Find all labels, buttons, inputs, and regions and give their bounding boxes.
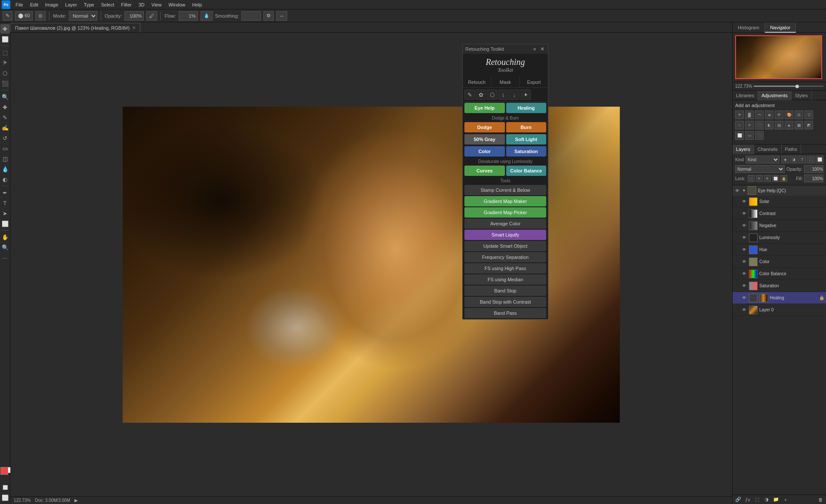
layer-colorbalance[interactable]: 👁 Color Balance bbox=[733, 268, 826, 280]
type-tool[interactable]: T bbox=[0, 198, 10, 208]
menu-3d[interactable]: 3D bbox=[135, 0, 148, 9]
layer-visibility-color[interactable]: 👁 bbox=[741, 259, 747, 265]
layer-group-eye-help[interactable]: 👁 ▼ Eye Help (QC) bbox=[733, 185, 826, 196]
lock-all[interactable]: 🔒 bbox=[780, 175, 787, 182]
menu-select[interactable]: Select bbox=[98, 0, 118, 9]
adj-channel-mix[interactable]: ≡ bbox=[745, 121, 754, 129]
dodge-tool[interactable]: ◐ bbox=[0, 175, 10, 184]
adj-pattern[interactable]: ⬛ bbox=[755, 131, 764, 140]
average-color-btn[interactable]: Average Color bbox=[464, 218, 546, 229]
nav-thumbnail[interactable] bbox=[735, 35, 822, 79]
filter-type[interactable]: T bbox=[798, 156, 806, 163]
ret-nav-mask[interactable]: Mask bbox=[491, 77, 520, 87]
curves-btn[interactable]: Curves bbox=[464, 166, 505, 176]
menu-type[interactable]: Type bbox=[80, 0, 98, 9]
opacity-input[interactable] bbox=[124, 11, 144, 21]
adj-gradient-map[interactable]: ▦ bbox=[795, 121, 803, 129]
adj-exposure[interactable]: ◈ bbox=[765, 111, 773, 119]
canvas-area[interactable]: Павел Шаповалов (2).jpg @ 123% (Healing,… bbox=[10, 22, 732, 504]
color-balance-btn[interactable]: Color Balance bbox=[506, 166, 547, 176]
brush-size-btn[interactable]: ⬤ 60 bbox=[15, 11, 33, 21]
zoom-thumb[interactable] bbox=[795, 85, 799, 88]
filter-shape[interactable]: ⬚ bbox=[807, 156, 815, 163]
crop-tool[interactable]: ⬛ bbox=[0, 79, 10, 88]
freq-sep-btn[interactable]: Frequency Separation bbox=[464, 252, 546, 262]
extra-tools[interactable]: ··· bbox=[0, 253, 10, 262]
screen-mode[interactable]: ⬜ bbox=[0, 493, 10, 502]
smoothing-settings[interactable]: ⚙ bbox=[263, 11, 274, 21]
healing-btn[interactable]: Healing bbox=[506, 103, 547, 113]
marquee-tool[interactable]: ⬚ bbox=[0, 48, 10, 57]
layer-healing[interactable]: 👁 Healing 🔒 bbox=[733, 292, 826, 304]
smoothing-input[interactable] bbox=[241, 11, 261, 21]
layer-visibility-contrast[interactable]: 👁 bbox=[741, 211, 747, 217]
status-arrow[interactable]: ▶ bbox=[74, 498, 78, 503]
adj-hsl[interactable]: 🎨 bbox=[785, 111, 793, 119]
layer-0[interactable]: 👁 Layer 0 bbox=[733, 304, 826, 316]
adj-solid-color[interactable]: ⬜ bbox=[735, 131, 744, 140]
tab-styles[interactable]: Styles bbox=[792, 91, 812, 100]
gradient-tool[interactable]: ◫ bbox=[0, 154, 10, 163]
layer-delete-btn[interactable]: 🗑 bbox=[817, 496, 824, 504]
ret-icon-star[interactable]: ✦ bbox=[520, 89, 531, 100]
fill-input[interactable] bbox=[804, 175, 823, 182]
layer-style-btn[interactable]: ƒx bbox=[744, 496, 752, 504]
layer-visibility-negative[interactable]: 👁 bbox=[741, 223, 747, 229]
kind-select[interactable]: Kind bbox=[746, 156, 780, 163]
layer-link-btn[interactable]: 🔗 bbox=[734, 496, 742, 504]
layer-saturation[interactable]: 👁 Saturation bbox=[733, 280, 826, 292]
lock-artboard[interactable]: ⬜ bbox=[772, 175, 779, 182]
adj-threshold[interactable]: ▲ bbox=[785, 121, 793, 129]
tab-layers[interactable]: Layers bbox=[733, 144, 754, 154]
group-visibility[interactable]: 👁 bbox=[734, 187, 740, 194]
lock-image[interactable]: ✎ bbox=[756, 175, 763, 182]
hand-tool[interactable]: ✋ bbox=[0, 232, 10, 242]
tab-libraries[interactable]: Libraries bbox=[733, 91, 758, 100]
adj-brightness[interactable]: ☀ bbox=[735, 111, 744, 119]
tab-close-btn[interactable]: ✕ bbox=[132, 25, 136, 30]
adj-filter[interactable]: ▽ bbox=[804, 111, 813, 119]
layer-luminosity[interactable]: 👁 Luminosity bbox=[733, 232, 826, 244]
menu-help[interactable]: Help bbox=[189, 0, 206, 9]
blur-tool[interactable]: 💧 bbox=[0, 164, 10, 174]
ret-icon-down[interactable]: ↓ bbox=[509, 89, 520, 100]
eye-help-btn[interactable]: Eye Help bbox=[464, 103, 505, 113]
band-stop-contrast-btn[interactable]: Band Stop with Contrast bbox=[464, 297, 546, 307]
brush-hardness-btn[interactable]: ◎ bbox=[35, 11, 46, 21]
layer-visibility-solar[interactable]: 👁 bbox=[741, 199, 747, 205]
ret-icon-heal[interactable]: ✿ bbox=[476, 89, 486, 100]
brush-tool[interactable]: ✎ bbox=[0, 113, 10, 122]
layer-visibility-cb[interactable]: 👁 bbox=[741, 271, 747, 277]
filter-adj[interactable]: ◑ bbox=[790, 156, 798, 163]
zoom-slider[interactable] bbox=[754, 86, 823, 87]
spot-heal-tool[interactable]: ✚ bbox=[0, 102, 10, 112]
eraser-tool[interactable]: ▭ bbox=[0, 144, 10, 153]
pen-tool[interactable]: ✒ bbox=[0, 188, 10, 197]
eyedropper-tool[interactable]: 🔍 bbox=[0, 92, 10, 101]
ret-icon-transform[interactable]: ↕ bbox=[498, 89, 508, 100]
retouching-panel-header[interactable]: Retouching Toolkit » ✕ bbox=[463, 44, 548, 54]
ret-nav-retouch[interactable]: Retouch bbox=[463, 77, 491, 87]
update-smart-object-btn[interactable]: Update Smart Object bbox=[464, 241, 546, 251]
layer-visibility-luminosity[interactable]: 👁 bbox=[741, 235, 747, 241]
gray-btn[interactable]: 50% Gray bbox=[464, 134, 505, 144]
stamp-current-below-btn[interactable]: Stamp Current & Below bbox=[464, 185, 546, 195]
opacity-input[interactable] bbox=[804, 165, 823, 173]
menu-layer[interactable]: Layer bbox=[62, 0, 80, 9]
adj-curves[interactable]: 〜 bbox=[755, 111, 764, 119]
layer-visibility-0[interactable]: 👁 bbox=[741, 307, 747, 313]
adj-vibrance[interactable]: ❊ bbox=[775, 111, 783, 119]
object-selection[interactable]: ⬡ bbox=[0, 68, 10, 78]
adj-gradient[interactable]: ▭ bbox=[745, 131, 754, 140]
gradient-map-maker-btn[interactable]: Gradient Map Maker bbox=[464, 196, 546, 206]
path-selection[interactable]: ➤ bbox=[0, 209, 10, 218]
layer-visibility-hue[interactable]: 👁 bbox=[741, 247, 747, 253]
panel-close-btn[interactable]: ✕ bbox=[539, 46, 545, 52]
layer-visibility-sat[interactable]: 👁 bbox=[741, 283, 747, 289]
mode-select[interactable]: Normal bbox=[69, 11, 97, 21]
adj-selective-color[interactable]: ◩ bbox=[804, 121, 813, 129]
adj-photo-filter[interactable]: ○ bbox=[735, 121, 744, 129]
layer-negative[interactable]: 👁 Negative bbox=[733, 220, 826, 232]
ret-icon-brush[interactable]: ✎ bbox=[464, 89, 475, 100]
artboard-tool[interactable]: ⬜ bbox=[0, 34, 10, 44]
